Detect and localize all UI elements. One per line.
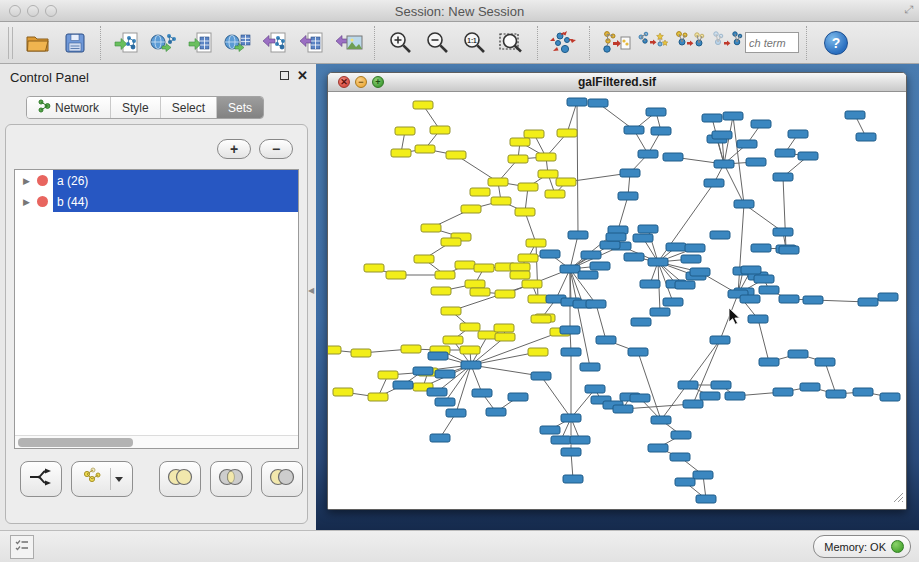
graph-node[interactable] (638, 150, 658, 158)
splitter-collapse-icon[interactable]: ◀ (308, 286, 314, 295)
graph-node[interactable] (675, 478, 695, 486)
graph-node[interactable] (779, 295, 799, 303)
app-style-mapper-button[interactable] (634, 26, 671, 60)
graph-node[interactable] (712, 131, 732, 139)
graph-node[interactable] (631, 318, 651, 326)
graph-node[interactable] (624, 253, 644, 261)
graph-node[interactable] (495, 290, 515, 298)
graph-node[interactable] (486, 408, 506, 416)
graph-node[interactable] (845, 111, 865, 119)
graph-node[interactable] (455, 261, 475, 269)
graph-node[interactable] (714, 160, 734, 168)
export-network-button[interactable] (256, 26, 293, 60)
graph-node[interactable] (620, 169, 640, 177)
graph-node[interactable] (446, 409, 466, 417)
graph-node[interactable] (556, 178, 576, 186)
graph-edge[interactable] (596, 304, 606, 340)
graph-node[interactable] (431, 287, 451, 295)
graph-node[interactable] (700, 392, 720, 400)
graph-node[interactable] (624, 126, 644, 134)
graph-node[interactable] (751, 244, 771, 252)
graph-node[interactable] (557, 129, 577, 137)
graph-node[interactable] (328, 346, 341, 354)
graph-node[interactable] (651, 127, 671, 135)
graph-node[interactable] (435, 398, 455, 406)
graph-node[interactable] (600, 241, 620, 249)
app-copy-layout-button[interactable] (671, 26, 708, 60)
graph-node[interactable] (581, 251, 601, 259)
add-set-button[interactable]: + (217, 139, 251, 159)
graph-node[interactable] (561, 414, 581, 422)
graph-node[interactable] (515, 208, 535, 216)
graph-node[interactable] (711, 381, 731, 389)
graph-node[interactable] (788, 350, 808, 358)
graph-node[interactable] (461, 205, 481, 213)
tab-sets[interactable]: Sets (217, 97, 263, 118)
graph-node[interactable] (413, 101, 433, 109)
memory-status-button[interactable]: Memory: OK (813, 535, 911, 558)
graph-node[interactable] (618, 192, 638, 200)
graph-node[interactable] (378, 371, 398, 379)
graph-node[interactable] (351, 349, 371, 357)
graph-node[interactable] (800, 383, 820, 391)
list-item[interactable]: ▶ a (26) (15, 170, 298, 191)
apply-layout-button[interactable] (545, 26, 582, 60)
network-canvas[interactable] (328, 92, 906, 509)
graph-node[interactable] (461, 361, 481, 369)
graph-node[interactable] (798, 152, 818, 160)
graph-node[interactable] (856, 133, 876, 141)
graph-node[interactable] (421, 224, 441, 232)
graph-node[interactable] (759, 358, 779, 366)
graph-node[interactable] (585, 385, 605, 393)
graph-node[interactable] (853, 388, 873, 396)
graph-node[interactable] (663, 298, 683, 306)
graph-node[interactable] (640, 280, 660, 288)
import-network-web-button[interactable] (145, 26, 182, 60)
graph-node[interactable] (586, 300, 606, 308)
import-table-file-button[interactable] (182, 26, 219, 60)
graph-node[interactable] (704, 179, 724, 187)
graph-node[interactable] (427, 388, 447, 396)
graph-edge[interactable] (525, 212, 536, 243)
graph-node[interactable] (443, 336, 463, 344)
graph-node[interactable] (474, 264, 494, 272)
graph-node[interactable] (415, 145, 435, 153)
graph-node[interactable] (734, 200, 754, 208)
graph-node[interactable] (393, 381, 413, 389)
graph-node[interactable] (510, 138, 530, 146)
graph-node[interactable] (590, 262, 610, 270)
graph-node[interactable] (540, 426, 560, 434)
graph-node[interactable] (465, 280, 485, 288)
tab-style[interactable]: Style (111, 97, 161, 118)
tab-network[interactable]: Network (27, 97, 111, 118)
fullscreen-icon[interactable]: ⤢ (904, 3, 913, 16)
graph-node[interactable] (773, 388, 793, 396)
graph-node[interactable] (568, 231, 588, 239)
intersect-sets-button[interactable] (210, 461, 252, 497)
zoom-in-button[interactable] (382, 26, 419, 60)
graph-node[interactable] (495, 333, 515, 341)
graph-node[interactable] (508, 155, 528, 163)
graph-node[interactable] (630, 394, 650, 402)
graph-node[interactable] (472, 389, 492, 397)
import-network-file-button[interactable] (108, 26, 145, 60)
window-titlebar[interactable]: Session: New Session ⤢ (0, 0, 919, 22)
graph-node[interactable] (646, 108, 666, 116)
graph-node[interactable] (560, 265, 580, 273)
graph-edge[interactable] (758, 319, 769, 362)
app-compare-networks-button[interactable] (708, 26, 745, 60)
graph-node[interactable] (531, 315, 551, 323)
graph-node[interactable] (570, 436, 590, 444)
import-table-web-button[interactable] (219, 26, 256, 60)
graph-node[interactable] (435, 370, 455, 378)
graph-node[interactable] (675, 281, 695, 289)
graph-node[interactable] (710, 336, 730, 344)
graph-node[interactable] (678, 381, 698, 389)
graph-node[interactable] (633, 234, 653, 242)
selection-highlight[interactable]: b (44) (53, 191, 298, 212)
help-button[interactable]: ? (824, 31, 848, 55)
export-image-button[interactable] (330, 26, 367, 60)
graph-node[interactable] (430, 434, 450, 442)
expander-icon[interactable]: ▶ (23, 176, 37, 186)
graph-node[interactable] (528, 348, 548, 356)
